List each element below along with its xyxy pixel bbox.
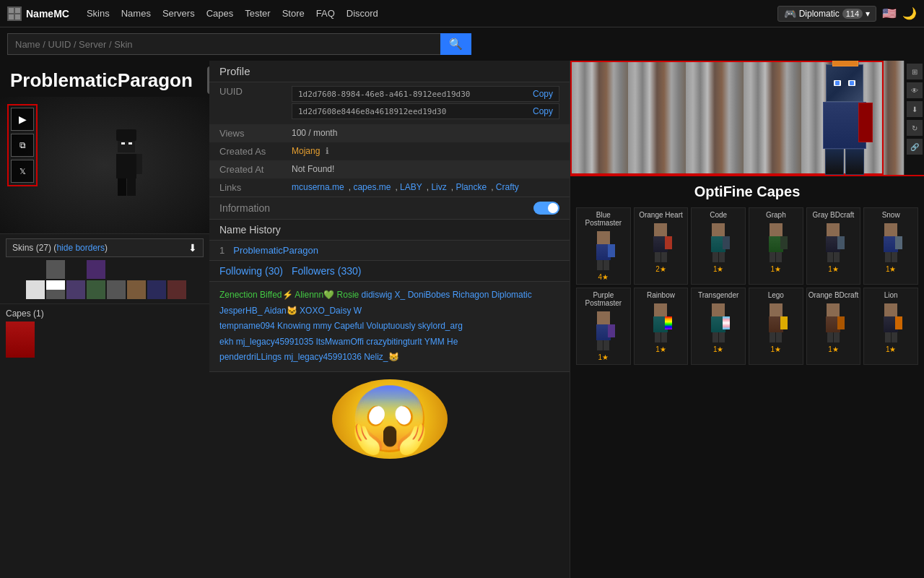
side-icon-4[interactable]: ↻ — [907, 120, 923, 136]
search-button[interactable]: 🔍 — [440, 33, 471, 55]
following-user[interactable]: Aliennn💚 — [295, 290, 336, 300]
search-input[interactable] — [7, 33, 440, 55]
cape-card[interactable]: Lego 1★ — [749, 288, 803, 365]
cape-card[interactable]: Transgender 1★ — [691, 288, 746, 365]
play-button[interactable]: ▶ — [11, 108, 34, 131]
following-user[interactable]: Knowing — [277, 321, 313, 331]
following-user[interactable]: He — [447, 337, 458, 347]
skin-thumb[interactable] — [147, 280, 166, 299]
name-link[interactable]: ProblematicParagon — [233, 245, 318, 256]
skin-thumb[interactable] — [167, 280, 186, 299]
cape-card[interactable]: Rainbow 1★ — [634, 288, 689, 365]
skin-thumb[interactable] — [87, 260, 105, 279]
cape-card[interactable]: Blue Postmaster 4★ — [576, 207, 631, 285]
following-user[interactable]: W — [354, 306, 362, 316]
following-user[interactable]: Aidan🐱 — [264, 306, 300, 316]
cape-char-legs — [885, 252, 897, 262]
nav-faq[interactable]: FAQ — [316, 8, 335, 19]
skin-thumb[interactable] — [26, 260, 45, 279]
side-icon-5[interactable]: 🔗 — [907, 139, 923, 155]
link-capes[interactable]: capes.me — [353, 182, 391, 192]
following-user[interactable]: Diplomatic — [492, 290, 532, 300]
following-user[interactable]: didiswig — [362, 290, 395, 300]
following-user[interactable]: mmy — [313, 321, 334, 331]
link-laby[interactable]: LABY — [400, 182, 422, 192]
cape-card[interactable]: Orange Heart 2★ — [634, 207, 689, 285]
following-user[interactable]: XOXO_Daisy — [300, 306, 354, 316]
link-livz[interactable]: Livz — [431, 182, 446, 192]
nav-capes[interactable]: Capes — [206, 8, 234, 19]
skin-thumb[interactable] — [127, 260, 146, 279]
skin-thumb[interactable] — [167, 260, 186, 279]
following-user[interactable]: JesperHB_ — [219, 306, 264, 316]
cape-card[interactable]: Code 1★ — [691, 207, 746, 285]
copy-skin-button[interactable]: ⧉ — [11, 134, 34, 157]
cape-card[interactable]: Orange BDcraft 1★ — [806, 288, 861, 365]
cape-card[interactable]: Lion 1★ — [863, 288, 918, 365]
following-user[interactable]: DoniBobes — [408, 290, 453, 300]
following-user[interactable]: tempname094 — [219, 321, 277, 331]
following-user[interactable]: Voluptuously — [366, 321, 417, 331]
skin-thumb[interactable] — [6, 260, 25, 279]
side-icon-1[interactable]: ⊞ — [907, 64, 923, 79]
following-user[interactable]: Rosie — [337, 290, 362, 300]
skin-thumb[interactable] — [46, 280, 65, 299]
following-user[interactable]: Richagon — [453, 290, 492, 300]
skin-thumb[interactable] — [66, 280, 85, 299]
following-user[interactable]: mj_legacy45991036 — [284, 352, 364, 362]
skin-thumb[interactable] — [46, 260, 65, 279]
following-user[interactable]: ItsMwamOffi — [315, 337, 366, 347]
skin-thumb[interactable] — [87, 280, 105, 299]
link-mcuserna[interactable]: mcuserna.me — [292, 182, 344, 192]
cape-character — [875, 222, 907, 265]
following-count-link[interactable]: Following (30) — [219, 265, 283, 277]
user-badge[interactable]: 🎮 Diplomatic 114 ▾ — [777, 6, 876, 22]
twitter-button[interactable]: 𝕏 — [11, 160, 34, 183]
cape-card[interactable]: Graph 1★ — [749, 207, 803, 285]
side-icon-2[interactable]: 👁 — [907, 82, 923, 98]
nav-names[interactable]: Names — [121, 8, 151, 19]
site-logo[interactable]: NameMC — [7, 7, 69, 21]
following-user[interactable]: Biffed⚡ — [260, 290, 295, 300]
copy-uuid2-button[interactable]: Copy — [533, 106, 553, 116]
following-user[interactable]: crazybitingturlt — [366, 337, 424, 347]
following-user[interactable]: Neliz_😸 — [364, 352, 398, 362]
skin-thumb[interactable] — [147, 260, 166, 279]
skin-thumb[interactable] — [127, 280, 146, 299]
skin-thumb[interactable] — [26, 280, 45, 299]
link-crafty[interactable]: Crafty — [496, 182, 519, 192]
info-icon[interactable]: ℹ — [326, 146, 329, 156]
nav-store[interactable]: Store — [282, 8, 305, 19]
cape-card[interactable]: Purple Postmaster 1★ — [576, 288, 631, 365]
nav-tester[interactable]: Tester — [245, 8, 270, 19]
copy-uuid1-button[interactable]: Copy — [533, 89, 553, 99]
following-user[interactable]: X_ — [395, 290, 408, 300]
cape-stars: 1★ — [828, 265, 839, 273]
skins-download-icon[interactable]: ⬇ — [188, 242, 197, 254]
following-user[interactable]: ekh — [219, 337, 236, 347]
information-toggle[interactable] — [533, 202, 559, 215]
skin-thumb[interactable] — [66, 260, 85, 279]
following-user[interactable]: mj_legacy45991035 — [236, 337, 316, 347]
following-user[interactable]: YMM — [424, 337, 447, 347]
link-plancke[interactable]: Plancke — [456, 182, 487, 192]
side-icon-3[interactable]: ⬇ — [907, 101, 923, 117]
cape-thumbnail[interactable] — [6, 322, 35, 358]
skin-thumb[interactable] — [107, 280, 126, 299]
char-pupil-right — [850, 81, 854, 85]
nav-servers[interactable]: Servers — [162, 8, 195, 19]
theme-icon[interactable]: 🌙 — [902, 7, 917, 20]
skin-thumb[interactable] — [6, 280, 25, 299]
nav-discord[interactable]: Discord — [346, 8, 378, 19]
nav-skins[interactable]: Skins — [87, 8, 110, 19]
cape-card[interactable]: Snow 1★ — [863, 207, 918, 285]
cape-card[interactable]: Gray BDcraft 1★ — [806, 207, 861, 285]
following-user[interactable]: Capeful — [334, 321, 367, 331]
name-number: 1 — [219, 245, 225, 256]
following-user[interactable]: Zenection — [219, 290, 260, 300]
uuid-box-2: 1d2d7608e8446e8a4618912eed19d30 Copy — [292, 103, 559, 119]
followers-count-link[interactable]: Followers (330) — [292, 265, 361, 277]
following-user[interactable]: skylord_arg — [418, 321, 463, 331]
following-user[interactable]: penderdriLLings — [219, 352, 284, 362]
skin-thumb[interactable] — [107, 260, 126, 279]
